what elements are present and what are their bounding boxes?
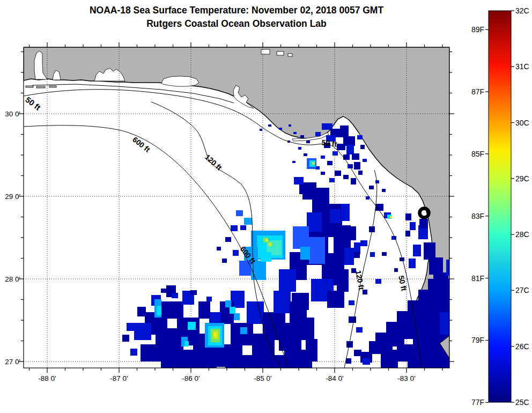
sst-pixel: [405, 213, 411, 220]
sst-pixel: [188, 322, 196, 330]
sst-pixel: [340, 126, 349, 137]
sst-pixel: [233, 250, 239, 256]
sst-pixel: [422, 346, 435, 359]
sst-pixel: [292, 161, 295, 163]
sst-pixel: [261, 252, 271, 262]
sst-pixel: [189, 354, 217, 368]
sst-pixel: [360, 240, 367, 246]
sst-pixel: [394, 268, 398, 272]
sst-pixel: [184, 341, 189, 346]
sst-pixel: [312, 162, 315, 165]
inland-lake: [277, 51, 284, 55]
sst-pixel: [300, 247, 310, 260]
sst-pixel: [257, 355, 285, 368]
sst-pixel: [190, 290, 197, 295]
colorbar-label-celsius: 28C: [515, 230, 529, 239]
sst-pixel: [240, 225, 246, 230]
map-plot-area: 50 ft 600 ft 120 ft 50 ft 600 ft 120 ft …: [24, 47, 449, 368]
sst-pixel: [157, 306, 161, 315]
x-tick-label: -85 0': [254, 374, 271, 382]
sst-pixel: [381, 350, 398, 368]
sst-pixel: [419, 219, 428, 228]
colorbar-label-celsius: 25C: [515, 398, 529, 407]
x-tick-label: -88 0': [38, 374, 56, 382]
sst-pixel: [346, 358, 351, 364]
colorbar-label-celsius: 29C: [515, 174, 529, 183]
sst-pixel: [329, 178, 335, 182]
x-tick-label: -86 0': [182, 374, 200, 382]
colorbar-label-fahrenheit: 81F: [471, 274, 484, 283]
sst-pixel: [341, 204, 350, 221]
sst-pixel: [369, 186, 374, 189]
sst-pixel: [370, 252, 375, 257]
sst-pixel: [321, 172, 325, 175]
sst-pixel: [446, 260, 449, 276]
choctawhatchee-bay: [161, 76, 199, 86]
sst-pixel: [268, 124, 271, 127]
colorbar-label-celsius: 26C: [515, 342, 529, 351]
colorbar-label-fahrenheit: 89F: [471, 25, 484, 34]
sst-pixel: [390, 216, 392, 218]
sst-pixel: [352, 153, 359, 160]
sst-pixel: [357, 135, 363, 139]
sst-pixel: [382, 189, 386, 192]
sst-pixel: [424, 242, 435, 260]
sst-pixel: [349, 316, 356, 323]
sst-pixel: [225, 300, 231, 307]
sst-pixel: [327, 161, 332, 165]
sst-pixel: [356, 327, 363, 333]
sst-pixel: [279, 269, 296, 292]
sst-pixel: [141, 344, 163, 362]
barrier-islands: [26, 86, 56, 88]
sst-pixel: [349, 300, 354, 305]
colorbar-label-fahrenheit: 85F: [471, 150, 484, 158]
sst-pixel: [161, 289, 166, 293]
sst-pixel: [363, 159, 367, 162]
sst-pixel: [225, 355, 258, 368]
sst-pixel: [134, 323, 151, 340]
x-tick-label: -83 0': [397, 374, 415, 382]
sst-pixel: [137, 307, 146, 316]
sst-pixel: [409, 259, 416, 268]
sst-pixel: [300, 318, 314, 340]
sst-pixel: [348, 164, 353, 168]
sst-pixel: [198, 301, 210, 319]
sst-pixel: [309, 237, 325, 264]
sst-pixel: [330, 209, 341, 223]
sst-pixel: [130, 349, 137, 356]
sst-map-figure: NOAA-18 Sea Surface Temperature: Novembe…: [0, 0, 532, 413]
sst-pixel: [293, 226, 309, 249]
sst-pixel: [300, 135, 304, 138]
y-tick-label: 28 0': [5, 275, 20, 283]
sst-pixel: [375, 279, 381, 284]
colorbar-label-celsius: 32C: [515, 6, 529, 15]
y-tick-label: 30 0': [5, 110, 20, 118]
sst-pixel: [244, 218, 252, 225]
sst-pixel: [299, 185, 310, 194]
sst-pixel: [360, 145, 365, 149]
sst-pixel: [363, 290, 367, 294]
x-tick-label: -87 0': [110, 374, 128, 382]
sst-pixel: [351, 178, 356, 185]
sst-pixel: [315, 132, 321, 136]
sst-pixel: [344, 248, 354, 265]
sst-pixel: [225, 237, 231, 242]
sst-pixel: [206, 297, 212, 301]
sst-pixel: [247, 301, 264, 324]
colorbar-gradient-bar: [489, 11, 511, 402]
sst-pixel: [172, 293, 178, 298]
y-tick-label: 27 0': [5, 358, 20, 366]
sst-pixel: [363, 358, 370, 365]
sst-pixel: [343, 175, 349, 179]
sst-pixel: [354, 252, 360, 258]
sst-pixel: [122, 335, 129, 342]
sst-pixel: [335, 171, 341, 176]
sst-pixel: [321, 156, 325, 159]
sst-pixel: [429, 257, 443, 275]
sst-pixel: [298, 356, 312, 368]
sst-pixel: [279, 323, 301, 351]
sst-pixel: [375, 180, 379, 183]
sst-pixel: [240, 327, 247, 334]
sst-pixel: [127, 323, 135, 331]
inland-lake: [288, 54, 292, 56]
